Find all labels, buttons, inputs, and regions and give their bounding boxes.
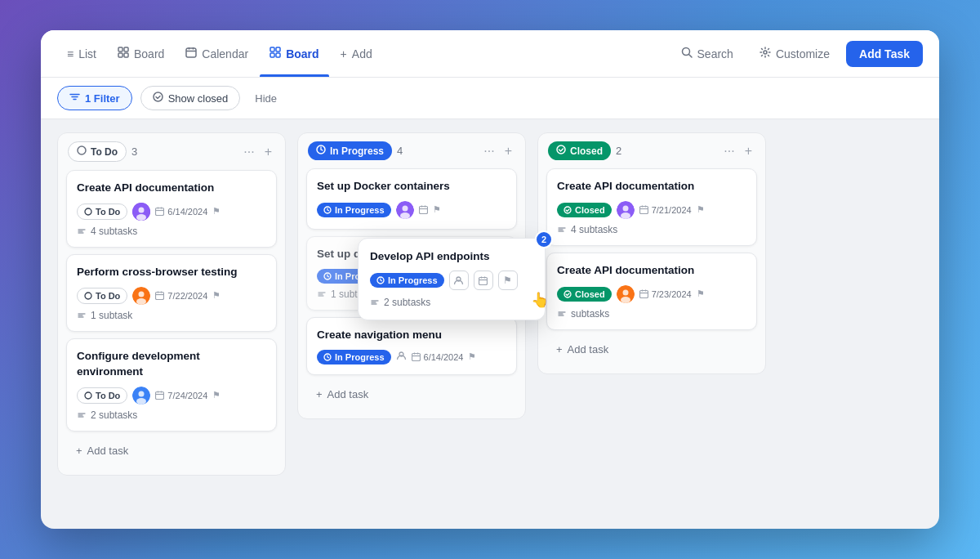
closed-add-task[interactable]: + Add task <box>548 337 755 362</box>
card-1-avatar <box>132 203 150 221</box>
nav-add-label: Add <box>352 47 372 60</box>
toolbar: 1 Filter Show closed Hide <box>41 78 939 119</box>
card-8[interactable]: Create API documentation Closed 7/23/202… <box>546 253 757 330</box>
card-8-avatar <box>617 285 635 303</box>
popup-card[interactable]: 2 Develop API endpoints In Progress <box>358 238 546 320</box>
card-2-avatar <box>132 287 150 305</box>
search-label: Search <box>697 47 733 60</box>
svg-rect-8 <box>270 47 274 51</box>
card-3-avatar <box>132 387 150 405</box>
search-button[interactable]: Search <box>671 40 743 67</box>
svg-point-19 <box>78 146 86 154</box>
header: ≡ List Board Calendar Board <box>41 30 939 78</box>
board-active-icon <box>270 47 281 60</box>
list-icon: ≡ <box>67 47 74 60</box>
inprogress-count: 4 <box>397 145 403 157</box>
todo-column-body: Create API documentation To Do 6/14/2024 <box>58 170 285 475</box>
nav-add[interactable]: + Add <box>331 41 382 67</box>
search-icon <box>681 47 693 60</box>
customize-button[interactable]: Customize <box>750 40 840 67</box>
nav-list-label: List <box>78 47 96 60</box>
plus-small-icon-3: + <box>556 343 563 356</box>
svg-rect-56 <box>412 354 420 361</box>
nav-calendar[interactable]: Calendar <box>176 40 258 67</box>
nav-list[interactable]: ≡ List <box>57 41 106 67</box>
card-2-status: To Do <box>77 288 127 304</box>
column-inprogress-header: In Progress 4 ··· + <box>298 133 525 168</box>
card-6-meta: In Progress 6/14/2024 ⚑ <box>317 350 506 364</box>
filter-button[interactable]: 1 Filter <box>57 86 132 110</box>
svg-rect-73 <box>639 291 648 298</box>
card-1[interactable]: Create API documentation To Do 6/14/2024 <box>66 170 277 248</box>
svg-point-60 <box>557 145 565 154</box>
nav-board-label: Board <box>134 47 164 60</box>
todo-add-button[interactable]: + <box>261 143 275 161</box>
plus-icon: + <box>341 47 347 60</box>
card-3-date: 7/24/2024 <box>155 391 207 400</box>
column-closed: Closed 2 ··· + Create API documentation … <box>537 132 766 374</box>
svg-rect-40 <box>156 392 164 400</box>
show-closed-button[interactable]: Show closed <box>140 86 241 110</box>
card-8-flag: ⚑ <box>697 288 705 299</box>
nav-calendar-label: Calendar <box>202 47 248 60</box>
todo-add-task[interactable]: + Add task <box>68 438 275 463</box>
filter-icon <box>69 92 80 105</box>
svg-rect-24 <box>156 208 164 216</box>
customize-label: Customize <box>776 47 830 60</box>
popup-flag-button[interactable]: ⚑ <box>498 271 518 290</box>
column-todo-header: To Do 3 ··· + <box>58 133 285 170</box>
svg-rect-3 <box>124 53 128 57</box>
nav-board-active[interactable]: Board <box>260 40 328 67</box>
todo-more-button[interactable]: ··· <box>240 143 257 161</box>
popup-date-button[interactable] <box>474 271 493 290</box>
card-1-date: 6/14/2024 <box>155 207 207 217</box>
inprogress-add-button[interactable]: + <box>501 142 515 160</box>
card-2-flag: ⚑ <box>212 290 220 301</box>
todo-add-label: Add task <box>87 445 129 457</box>
card-7-date: 7/21/2024 <box>639 205 692 215</box>
card-7-avatar <box>617 201 635 219</box>
svg-rect-9 <box>276 47 280 51</box>
svg-point-64 <box>621 212 630 219</box>
todo-badge-label: To Do <box>91 146 118 158</box>
card-3-subtasks: 2 subtasks <box>77 409 266 421</box>
check-circle-icon <box>153 92 163 105</box>
svg-rect-1 <box>124 47 128 51</box>
hide-button[interactable]: Hide <box>248 87 283 110</box>
card-1-status: To Do <box>77 203 127 220</box>
add-task-button[interactable]: Add Task <box>846 41 923 67</box>
card-8-title: Create API documentation <box>557 263 746 279</box>
svg-point-69 <box>564 291 571 297</box>
popup-assignee-button[interactable] <box>449 271 469 290</box>
closed-more-button[interactable]: ··· <box>720 142 737 160</box>
closed-add-button[interactable]: + <box>742 142 755 160</box>
calendar-icon <box>185 47 197 60</box>
card-8-subtask-label: subtasks <box>571 308 609 320</box>
todo-col-actions: ··· + <box>240 143 275 161</box>
card-1-meta: To Do 6/14/2024 ⚑ <box>77 203 266 221</box>
svg-point-23 <box>136 214 146 221</box>
card-2[interactable]: Perform cross-browser testing To Do 7/22… <box>66 254 277 332</box>
card-1-flag: ⚑ <box>212 206 220 217</box>
card-4-calendar-icon <box>419 203 428 217</box>
card-3[interactable]: Configure development environment To Do … <box>66 338 277 432</box>
card-4[interactable]: Set up Docker containers In Progress ⚑ <box>306 168 517 230</box>
inprogress-add-task[interactable]: + Add task <box>308 382 515 407</box>
inprogress-badge-icon <box>316 145 326 157</box>
card-4-flag: ⚑ <box>433 204 441 215</box>
inprogress-col-actions: ··· + <box>480 142 515 160</box>
card-6-date: 6/14/2024 <box>412 352 464 362</box>
card-8-date: 7/23/2024 <box>639 289 692 299</box>
nav-board-icon[interactable]: Board <box>108 40 174 67</box>
card-6[interactable]: Create navigation menu In Progress 6/14/… <box>306 317 517 375</box>
card-6-flag: ⚑ <box>468 351 476 362</box>
closed-badge: Closed <box>548 141 611 160</box>
svg-point-20 <box>85 208 91 215</box>
popup-badge: 2 <box>535 230 553 248</box>
card-8-subtasks: subtasks <box>557 308 746 320</box>
popup-status: In Progress <box>370 273 444 288</box>
inprogress-more-button[interactable]: ··· <box>480 142 497 160</box>
svg-point-47 <box>402 205 408 211</box>
add-task-label: Add Task <box>859 47 910 60</box>
card-7[interactable]: Create API documentation Closed 7/21/202… <box>546 168 757 246</box>
